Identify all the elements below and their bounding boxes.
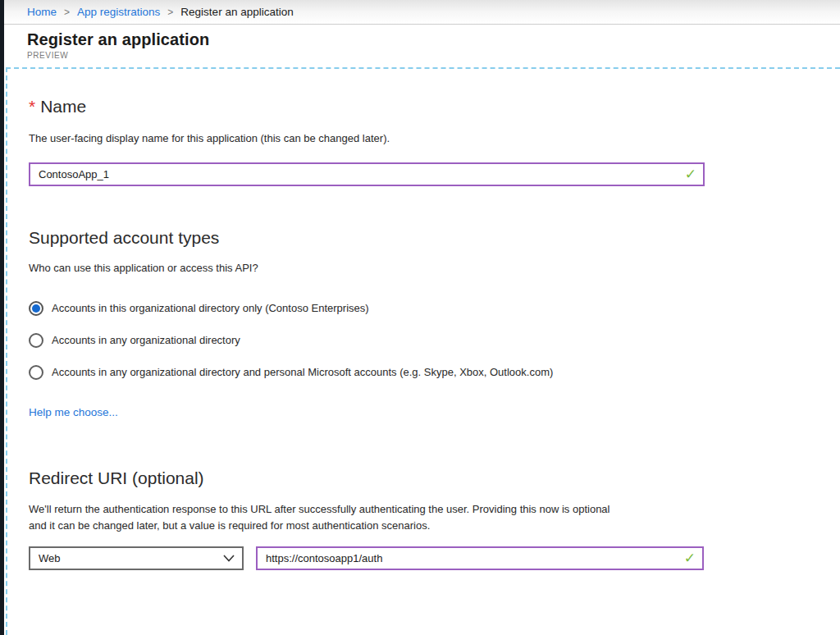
- redirect-uri-description-line: and it can be changed later, but a value…: [29, 518, 840, 534]
- page-title: Register an application: [27, 30, 840, 49]
- name-input[interactable]: [29, 162, 705, 186]
- breadcrumb-separator: >: [64, 7, 70, 18]
- breadcrumb-current-page: Register an application: [180, 6, 293, 18]
- account-types-section-title: Supported account types: [29, 228, 840, 248]
- page-header: Register an application PREVIEW: [4, 25, 840, 66]
- radio-accounts-any-org[interactable]: Accounts in any organizational directory: [29, 332, 840, 348]
- account-types-question: Who can use this application or access t…: [29, 260, 840, 276]
- radio-label: Accounts in any organizational directory: [52, 334, 240, 346]
- radio-button-icon[interactable]: [29, 301, 43, 316]
- redirect-uri-input[interactable]: [256, 546, 704, 570]
- breadcrumb-home-link[interactable]: Home: [27, 6, 57, 18]
- redirect-uri-description: We'll return the authentication response…: [29, 501, 840, 534]
- required-asterisk: *: [29, 97, 35, 116]
- register-application-page: Home > App registrations > Register an a…: [4, 0, 840, 635]
- radio-label: Accounts in this organizational director…: [52, 302, 369, 314]
- platform-type-dropdown[interactable]: Web: [29, 546, 244, 570]
- radio-button-icon[interactable]: [29, 365, 43, 380]
- redirect-uri-row: Web ✓: [29, 546, 840, 570]
- preview-badge: PREVIEW: [27, 51, 840, 60]
- name-section-title-text: Name: [40, 97, 86, 116]
- radio-accounts-this-org-only[interactable]: Accounts in this organizational director…: [29, 300, 840, 316]
- redirect-uri-section-title: Redirect URI (optional): [29, 468, 840, 488]
- redirect-uri-description-line: We'll return the authentication response…: [29, 501, 840, 518]
- name-input-container: ✓: [29, 162, 705, 186]
- blade-content: *Name The user-facing display name for t…: [6, 67, 840, 635]
- radio-label: Accounts in any organizational directory…: [52, 366, 553, 378]
- breadcrumb-separator: >: [167, 7, 173, 18]
- breadcrumb-app-registrations-link[interactable]: App registrations: [77, 6, 160, 18]
- name-section-title: *Name: [29, 97, 840, 116]
- chevron-down-icon: [223, 555, 235, 562]
- help-me-choose-link[interactable]: Help me choose...: [29, 406, 118, 418]
- redirect-uri-input-container: ✓: [256, 546, 704, 570]
- platform-type-value: Web: [39, 552, 61, 564]
- radio-accounts-any-org-and-personal[interactable]: Accounts in any organizational directory…: [29, 364, 840, 380]
- name-description: The user-facing display name for this ap…: [29, 130, 840, 147]
- breadcrumb-bar: Home > App registrations > Register an a…: [4, 0, 840, 25]
- radio-selected-dot: [32, 304, 40, 313]
- radio-button-icon[interactable]: [29, 333, 43, 348]
